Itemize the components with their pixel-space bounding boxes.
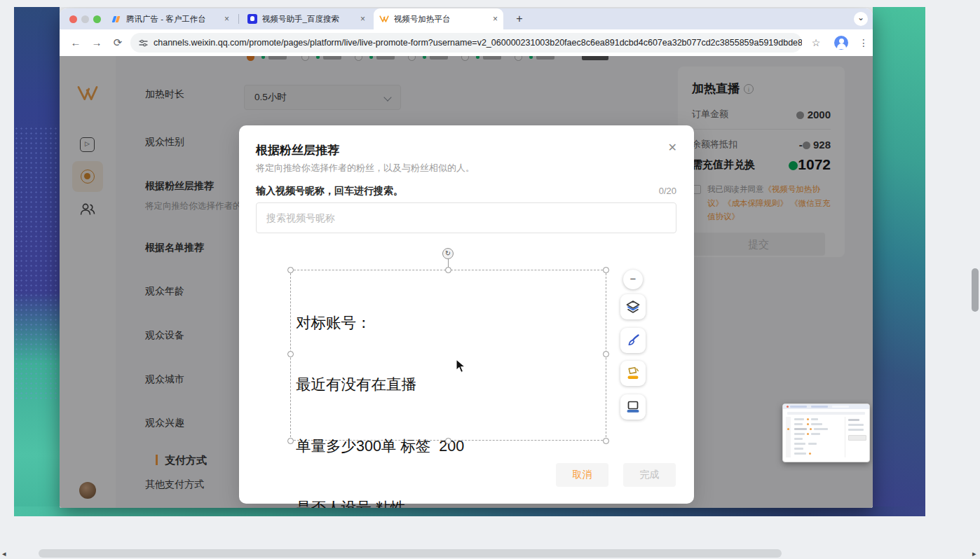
screenshot-viewer: 腾讯广告 - 客户工作台 × 视频号助手_百度搜索 × 视频号加 <box>0 0 980 559</box>
scroll-left-arrow[interactable]: ◂ <box>2 549 6 558</box>
modal-subtitle: 将定向推给你选择作者的粉丝，以及与粉丝相似的人。 <box>256 162 475 174</box>
tab-title: 视频号助手_百度搜索 <box>262 14 355 25</box>
scroll-right-arrow[interactable]: ▸ <box>972 549 976 558</box>
mini-sidebar <box>786 417 791 457</box>
collapse-toolbar-button[interactable]: − <box>623 270 643 289</box>
resize-handle-nw[interactable] <box>287 267 294 273</box>
tab-separator <box>238 14 239 24</box>
resize-handle-e[interactable] <box>603 351 609 357</box>
baidu-favicon <box>247 14 257 24</box>
tab-channels-platform[interactable]: 视频号加热平台 × <box>374 8 503 29</box>
reload-button[interactable]: ⟳ <box>110 35 125 50</box>
search-input[interactable] <box>256 202 676 233</box>
tab-title: 腾讯广告 - 客户工作台 <box>126 14 219 25</box>
brush-tool-button[interactable] <box>620 328 646 353</box>
horizontal-scrollbar-thumb[interactable] <box>39 549 782 558</box>
modal-title: 根据粉丝层推荐 <box>256 142 339 158</box>
brush-icon <box>625 332 641 349</box>
resize-handle-s[interactable] <box>445 438 451 444</box>
mini-right-panel <box>845 417 867 457</box>
close-icon[interactable]: ✕ <box>668 141 677 154</box>
done-button[interactable]: 完成 <box>623 463 676 487</box>
paint-bucket-icon <box>625 365 641 382</box>
browser-toolbar: ← → ⟳ channels.weixin.qq.com/promote/pag… <box>60 29 873 56</box>
rotate-handle-icon[interactable]: ↻ <box>442 248 454 259</box>
traffic-light-zoom[interactable] <box>93 15 101 23</box>
bookmark-star-icon[interactable]: ☆ <box>808 35 824 50</box>
tab-strip: 腾讯广告 - 客户工作台 × 视频号助手_百度搜索 × 视频号加 <box>60 8 873 29</box>
tab-baidu-search[interactable]: 视频号助手_百度搜索 × <box>242 8 371 29</box>
desktop-wallpaper-bottom <box>14 506 925 516</box>
resize-handle-n[interactable] <box>445 267 451 273</box>
resize-handle-se[interactable] <box>603 438 609 444</box>
tab-tencent-ads[interactable]: 腾讯广告 - 客户工作台 × <box>106 8 235 29</box>
layers-icon <box>625 298 641 315</box>
resize-handle-w[interactable] <box>287 351 294 357</box>
cancel-button[interactable]: 取消 <box>556 463 608 487</box>
traffic-light-minimize[interactable] <box>81 15 89 23</box>
mouse-cursor <box>456 359 466 376</box>
laptop-icon <box>625 399 641 415</box>
captured-desktop: 腾讯广告 - 客户工作台 × 视频号助手_百度搜索 × 视频号加 <box>14 7 925 516</box>
page-content: ▷ <box>60 56 873 508</box>
tab-title: 视频号加热平台 <box>394 14 488 25</box>
resize-handle-ne[interactable] <box>603 267 609 273</box>
vertical-scrollbar-thumb[interactable] <box>972 268 979 312</box>
screen-tool-button[interactable] <box>620 394 646 420</box>
forward-button[interactable]: → <box>89 35 104 50</box>
desktop-wallpaper-left <box>14 7 60 516</box>
search-label: 输入视频号昵称，回车进行搜索。 <box>256 185 403 198</box>
resize-handle-sw[interactable] <box>287 438 294 444</box>
tab-close-icon[interactable]: × <box>224 15 229 23</box>
fill-tool-button[interactable] <box>620 361 646 386</box>
tab-close-icon[interactable]: × <box>360 15 365 23</box>
char-counter: 0/20 <box>659 186 676 196</box>
desktop-wallpaper-right <box>873 7 925 516</box>
channels-favicon <box>379 14 389 24</box>
url-text: channels.weixin.qq.com/promote/pages/pla… <box>154 38 802 48</box>
browser-menu-icon[interactable]: ⋮ <box>856 35 871 50</box>
address-bar[interactable]: channels.weixin.qq.com/promote/pages/pla… <box>130 33 802 53</box>
tab-close-icon[interactable]: × <box>493 15 498 23</box>
site-settings-icon[interactable] <box>139 39 148 48</box>
layers-tool-button[interactable] <box>620 294 646 319</box>
tencent-ads-favicon <box>111 14 121 24</box>
tab-search-button[interactable]: ⌄ <box>854 12 868 26</box>
profile-avatar[interactable] <box>834 36 848 50</box>
annotation-text[interactable]: 对标账号： 最近有没有在直播 单量多少300单 标签 200 是否人设号 粘性 … <box>296 272 464 508</box>
mini-preview-window[interactable] <box>782 403 870 462</box>
back-button[interactable]: ← <box>68 35 83 50</box>
new-tab-button[interactable]: + <box>512 11 527 27</box>
traffic-light-close[interactable] <box>69 15 77 23</box>
browser-window: 腾讯广告 - 客户工作台 × 视频号助手_百度搜索 × 视频号加 <box>60 8 873 508</box>
